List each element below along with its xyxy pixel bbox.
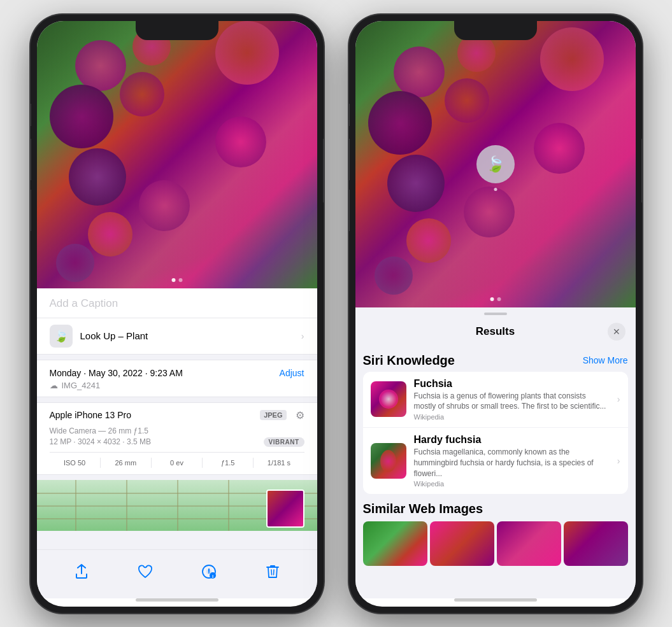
hardy-name: Hardy fuchsia [414,434,610,446]
photo-info-section: Add a Caption 🍃 Look Up – Plant › [37,288,317,549]
cloud-icon: ☁ [50,381,58,390]
hardy-desc: Fuchsia magellanica, commonly known as t… [414,447,610,479]
siri-visual-icon: 🍃 [50,325,73,348]
caption-area[interactable]: Add a Caption [37,288,317,318]
lookup-row[interactable]: 🍃 Look Up – Plant › [37,318,317,355]
siri-dot [494,188,497,191]
share-button[interactable] [68,558,96,586]
info-button[interactable]: i [195,558,223,586]
results-title: Results [383,325,608,338]
jpeg-badge: JPEG [260,410,286,420]
device-name: Apple iPhone 13 Pro [50,410,131,420]
web-image-1[interactable] [363,521,427,566]
siri-leaf-icon: 🍃 [486,155,505,173]
settings-icon: ⚙ [296,409,304,421]
notch-right [454,21,537,40]
web-images-row [363,521,628,566]
hardy-text: Hardy fuchsia Fuchsia magellanica, commo… [414,434,610,488]
left-phone: Add a Caption 🍃 Look Up – Plant › [31,15,324,613]
siri-visual-lookup-fab[interactable]: 🍃 [476,145,515,183]
results-panel: Results ✕ Siri Knowledge Show More [355,307,636,598]
fuchsia-source: Wikipedia [414,413,610,421]
chevron-right-icon: › [301,331,304,341]
home-indicator [136,598,218,602]
show-more-button[interactable]: Show More [583,355,628,365]
date-section: Monday · May 30, 2022 · 9:23 AM Adjust ☁… [37,360,317,397]
fuchsia-text: Fuchsia Fuchsia is a genus of flowering … [414,378,610,421]
lookup-label: Look Up – Plant [80,330,148,341]
home-indicator-right [454,598,537,602]
caption-placeholder[interactable]: Add a Caption [50,297,118,309]
exif-aperture: ƒ1.5 [203,458,254,468]
vibrant-badge: VIBRANT [264,437,304,447]
fuchsia-thumbnail [371,381,406,417]
device-section: Apple iPhone 13 Pro JPEG ⚙ Wide Camera —… [37,402,317,475]
bottom-toolbar: i [37,549,317,598]
map-section [37,480,317,531]
svg-text:i: i [211,574,213,579]
phones-container: Add a Caption 🍃 Look Up – Plant › [31,15,642,613]
knowledge-item-fuchsia[interactable]: Fuchsia Fuchsia is a genus of flowering … [363,372,628,428]
fuchsia-desc: Fuchsia is a genus of flowering plants t… [414,391,610,412]
map-thumbnail [266,490,304,528]
heart-button[interactable] [131,558,159,586]
hardy-thumbnail [371,443,406,479]
web-images-section: Similar Web Images [363,502,628,566]
image-pagination-dots-right [490,297,501,301]
knowledge-card: Fuchsia Fuchsia is a genus of flowering … [363,372,628,495]
exif-focal: 26 mm [101,458,152,468]
image-pagination-dots [171,278,182,282]
trash-button[interactable] [259,558,287,586]
adjust-button[interactable]: Adjust [280,368,304,378]
siri-knowledge-title: Siri Knowledge [363,353,455,368]
hardy-source: Wikipedia [414,480,610,488]
exif-shutter: 1/181 s [254,458,304,468]
date-text: Monday · May 30, 2022 · 9:23 AM [50,368,183,378]
knowledge-item-hardy[interactable]: Hardy fuchsia Fuchsia magellanica, commo… [363,428,628,494]
results-content: Siri Knowledge Show More [355,347,636,598]
siri-knowledge-header: Siri Knowledge Show More [363,347,628,372]
drag-handle [484,313,507,315]
lookup-subject: Plant [126,330,148,341]
flower-image-left [37,21,317,288]
chevron-right-icon-1: › [617,394,620,404]
filename-text: IMG_4241 [62,381,101,390]
right-phone: 🍃 Results ✕ [349,15,642,613]
camera-details: Wide Camera — 26 mm ƒ1.5 [50,426,304,435]
results-header: Results ✕ [355,318,636,347]
notch [136,21,218,40]
exif-ev: 0 ev [152,458,203,468]
chevron-right-icon-2: › [617,456,620,466]
fuchsia-name: Fuchsia [414,378,610,390]
mp-text: 12 MP · 3024 × 4032 · 3.5 MB [50,437,152,446]
exif-iso: ISO 50 [50,458,101,468]
flower-image-right: 🍃 [355,21,636,307]
web-image-2[interactable] [430,521,494,566]
web-image-3[interactable] [497,521,561,566]
close-button[interactable]: ✕ [608,323,626,341]
exif-row: ISO 50 26 mm 0 ev ƒ1.5 1/181 s [50,452,304,468]
web-image-4[interactable] [564,521,628,566]
web-images-title: Similar Web Images [363,502,628,516]
